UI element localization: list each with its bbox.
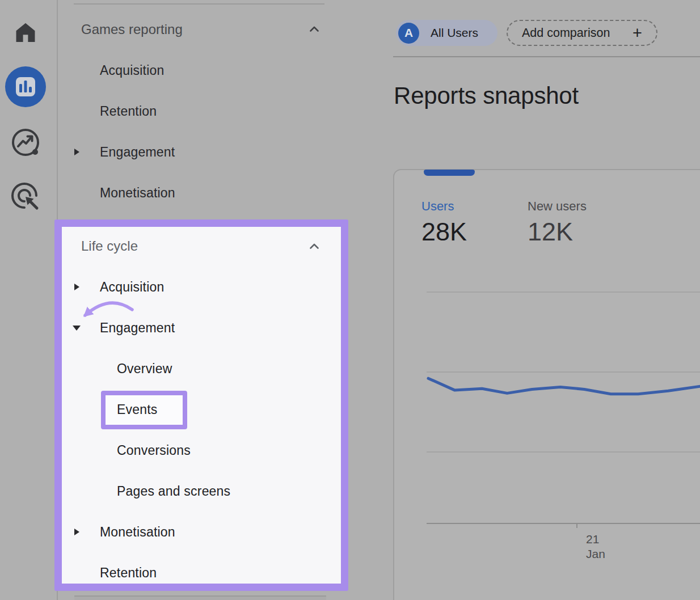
header-divider	[393, 56, 700, 57]
sidebar-item-engagement-dim[interactable]: Engagement	[100, 140, 175, 164]
nav-item-label: Conversions	[117, 443, 191, 458]
nav-item-label: Overview	[117, 361, 172, 377]
nav-item-label: Acquisition	[100, 280, 164, 295]
reports-nav-button[interactable]	[5, 66, 46, 107]
advertising-ads-click-icon	[10, 181, 41, 212]
section-title: Games reporting	[81, 22, 183, 37]
sidebar-item-monetisation[interactable]: Monetisation	[100, 519, 175, 544]
section-title: Life cycle	[81, 238, 138, 254]
chevron-up-icon[interactable]	[307, 23, 321, 36]
home-icon	[12, 20, 39, 46]
add-comparison-label: Add comparison	[522, 26, 610, 40]
plus-icon: +	[632, 25, 642, 41]
nav-item-label: Engagement	[100, 145, 175, 160]
explore-nav-button[interactable]	[10, 127, 41, 158]
page-title: Reports snapshot	[394, 82, 579, 109]
reports-bar-chart-icon	[5, 66, 46, 107]
explore-trend-icon	[10, 127, 41, 158]
add-comparison-button[interactable]: Add comparison +	[507, 20, 657, 46]
avatar: A	[398, 23, 419, 44]
left-nav-rail	[0, 0, 57, 600]
section-header-life-cycle[interactable]: Life cycle	[81, 234, 319, 259]
expand-right-triangle-icon[interactable]	[74, 284, 79, 290]
nav-item-label: Monetisation	[100, 525, 175, 540]
chevron-up-icon[interactable]	[307, 240, 321, 253]
nav-item-label: Retention	[100, 565, 157, 581]
section-header-games-reporting[interactable]: Games reporting	[81, 17, 331, 42]
reports-snapshot-card: Users 28K New users 12K 21 Jan	[393, 169, 700, 600]
sidebar-item-conversions[interactable]: Conversions	[117, 438, 191, 463]
sidebar-item-acquisition[interactable]: Acquisition	[100, 274, 164, 299]
sidebar-item-retention-dim[interactable]: Retention	[100, 99, 157, 124]
sidebar-lower-element-edge	[74, 595, 326, 600]
sidebar-item-retention[interactable]: Retention	[100, 560, 157, 585]
sidebar-item-pages-and-screens[interactable]: Pages and screens	[117, 479, 230, 504]
nav-item-label: Monetisation	[100, 185, 175, 201]
nav-item-label: Events	[117, 402, 158, 417]
nav-item-label: Engagement	[100, 320, 175, 336]
sidebar-top-divider	[74, 3, 324, 5]
advertising-nav-button[interactable]	[10, 181, 41, 212]
nav-item-label: Acquisition	[100, 63, 164, 78]
expand-right-triangle-icon[interactable]	[74, 529, 79, 535]
sidebar-item-overview[interactable]: Overview	[117, 356, 172, 381]
nav-item-label: Pages and screens	[117, 484, 230, 499]
audience-chip-all-users[interactable]: A All Users	[396, 20, 497, 46]
collapse-down-triangle-icon[interactable]	[73, 326, 81, 331]
sidebar-item-events[interactable]: Events	[117, 397, 158, 422]
users-sparkline-chart	[394, 170, 700, 600]
tutorial-highlight-box: Life cycle Acquisition Engagement Overvi…	[54, 219, 348, 591]
audience-chip-label: All Users	[431, 26, 478, 40]
avatar-letter: A	[404, 26, 413, 40]
sidebar-item-acquisition-dim[interactable]: Acquisition	[100, 58, 164, 83]
sidebar-item-monetisation-dim[interactable]: Monetisation	[100, 180, 175, 205]
nav-item-label: Retention	[100, 104, 157, 119]
expand-right-triangle-icon[interactable]	[74, 149, 79, 155]
sidebar-item-engagement[interactable]: Engagement	[100, 315, 175, 340]
home-nav-button[interactable]	[11, 19, 40, 47]
